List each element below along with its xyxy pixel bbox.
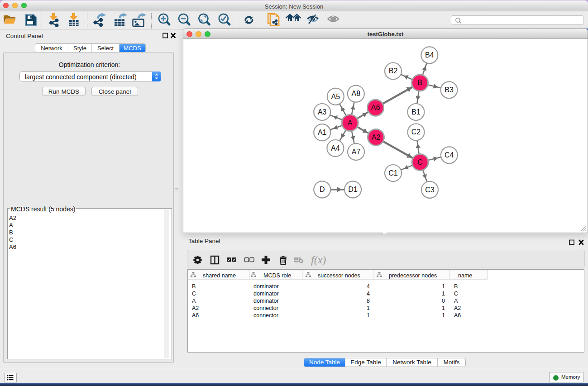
svg-text:C3: C3 [425,186,435,194]
svg-text:B4: B4 [425,51,434,59]
svg-text:D: D [320,186,325,193]
svg-text:B: B [417,79,422,86]
svg-text:A: A [348,119,353,127]
svg-text:B1: B1 [411,108,421,116]
svg-text:C1: C1 [388,169,398,177]
svg-text:C: C [417,158,423,166]
svg-text:A7: A7 [352,148,361,156]
svg-text:C4: C4 [445,151,454,159]
svg-text:A8: A8 [352,90,361,97]
svg-text:A3: A3 [318,108,327,116]
svg-text:f(x): f(x) [311,254,326,266]
svg-text:C2: C2 [411,128,421,136]
svg-text:A5: A5 [331,93,340,100]
svg-text:A2: A2 [372,133,381,141]
svg-text:B2: B2 [389,67,398,75]
svg-text:D1: D1 [348,186,358,193]
svg-text:A6: A6 [371,104,380,111]
svg-text:A4: A4 [331,144,340,152]
svg-text:B3: B3 [445,86,454,94]
svg-text:A1: A1 [318,129,327,136]
